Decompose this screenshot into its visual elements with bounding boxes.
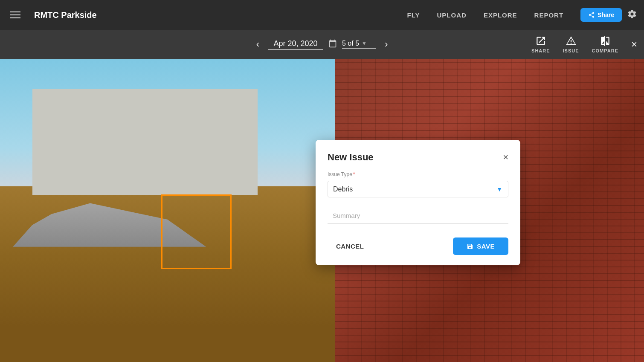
next-date-button[interactable]: › — [381, 37, 391, 52]
chevron-down-icon[interactable]: ▼ — [362, 41, 367, 46]
nav-upload[interactable]: UPLOAD — [437, 12, 467, 19]
main-content: New Issue × Issue Type* Debris Structura… — [0, 59, 644, 362]
issue-type-select[interactable]: Debris Structural Damage Graffiti Water … — [328, 181, 508, 197]
issue-type-label: Issue Type* — [328, 171, 508, 177]
frame-counter: 5 of 5 ▼ — [342, 40, 376, 49]
nav-report[interactable]: REPORT — [534, 12, 564, 19]
top-nav: RMTC Parkside FLY UPLOAD EXPLORE REPORT … — [0, 0, 644, 30]
nav-links: FLY UPLOAD EXPLORE REPORT — [407, 12, 564, 19]
share-label: Share — [598, 12, 614, 18]
calendar-icon[interactable] — [328, 39, 337, 50]
compare-action-label: COMPARE — [592, 48, 618, 53]
compare-action[interactable]: COMPARE — [592, 35, 618, 53]
share-icon — [588, 12, 595, 18]
save-button[interactable]: SAVE — [453, 237, 508, 255]
issue-type-field: Debris Structural Damage Graffiti Water … — [328, 181, 508, 197]
frame-counter-text: 5 of 5 — [342, 40, 359, 47]
summary-input[interactable] — [328, 208, 508, 224]
share-button[interactable]: Share — [580, 8, 622, 22]
toolbar-actions: SHARE ISSUE COMPARE — [531, 35, 618, 53]
prev-date-button[interactable]: ‹ — [253, 37, 263, 52]
share-action[interactable]: SHARE — [531, 35, 550, 53]
compare-toolbar-icon — [600, 35, 611, 46]
new-issue-dialog: New Issue × Issue Type* Debris Structura… — [316, 140, 520, 265]
date-display: Apr 20, 2020 — [268, 39, 323, 50]
settings-icon[interactable] — [627, 9, 637, 21]
save-icon — [467, 243, 473, 250]
dialog-header: New Issue × — [328, 152, 508, 163]
share-action-label: SHARE — [531, 48, 550, 53]
nav-fly[interactable]: FLY — [407, 12, 420, 19]
nav-explore[interactable]: EXPLORE — [484, 12, 517, 19]
save-label: SAVE — [477, 243, 495, 250]
issue-action[interactable]: ISSUE — [563, 35, 579, 53]
modal-overlay: New Issue × Issue Type* Debris Structura… — [0, 59, 644, 362]
dialog-footer: CANCEL SAVE — [328, 237, 508, 255]
issue-action-label: ISSUE — [563, 48, 579, 53]
cancel-button[interactable]: CANCEL — [328, 238, 373, 254]
app-title: RMTC Parkside — [31, 10, 97, 20]
hamburger-menu[interactable] — [7, 8, 24, 22]
share-toolbar-icon — [535, 35, 546, 46]
issue-toolbar-icon — [566, 35, 577, 46]
dialog-title: New Issue — [328, 152, 374, 163]
dialog-close-button[interactable]: × — [503, 153, 508, 162]
close-viewer-button[interactable]: × — [631, 38, 637, 50]
sub-toolbar: ‹ Apr 20, 2020 5 of 5 ▼ › SHARE ISSUE — [0, 30, 644, 59]
